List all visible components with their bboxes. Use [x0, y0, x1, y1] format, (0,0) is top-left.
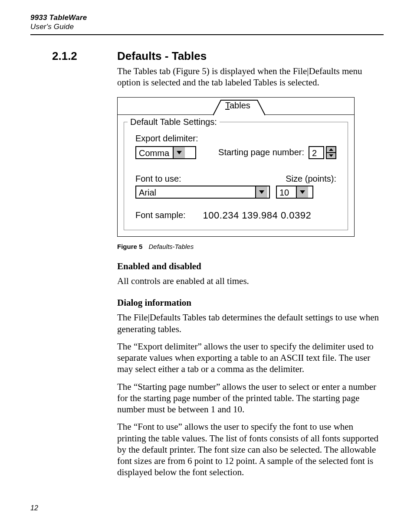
size-points-label: Size (points):: [286, 174, 336, 184]
export-delimiter-label: Export delimiter:: [135, 134, 336, 144]
spinner-up-icon[interactable]: [327, 147, 335, 152]
subhead-dialog-information: Dialog information: [117, 297, 384, 308]
export-delimiter-value: Comma: [136, 147, 173, 158]
group-title: Default Table Settings:: [128, 117, 220, 127]
starting-page-spinner[interactable]: [326, 146, 336, 159]
dialog-info-p3: The “Starting page number” allows the us…: [117, 381, 384, 415]
size-value: 10: [277, 186, 296, 198]
chevron-down-icon[interactable]: [173, 147, 185, 158]
running-header: 9933 TableWare User's Guide: [30, 13, 384, 32]
svg-marker-4: [300, 190, 305, 194]
figure-number: Figure 5: [117, 243, 142, 250]
section-title: Defaults - Tables: [117, 50, 384, 62]
font-to-use-label: Font to use:: [135, 174, 181, 184]
svg-marker-2: [329, 154, 333, 157]
spinner-down-icon[interactable]: [327, 152, 335, 158]
font-value: Arial: [136, 186, 255, 198]
svg-marker-0: [177, 151, 182, 154]
export-delimiter-combo[interactable]: Comma: [135, 146, 196, 159]
dialog-info-p2: The “Export delimiter” allows the user t…: [117, 341, 384, 375]
product-name: 9933 TableWare: [30, 13, 384, 22]
chevron-down-icon[interactable]: [255, 186, 267, 198]
default-table-settings-group: Default Table Settings: Export delimiter…: [124, 122, 348, 230]
svg-marker-1: [329, 148, 333, 151]
tab-tables-label: Tables: [225, 101, 250, 111]
font-combo[interactable]: Arial: [135, 186, 270, 199]
enabled-disabled-text: All controls are enabled at all times.: [117, 275, 384, 287]
starting-page-label: Starting page number:: [218, 147, 304, 157]
section-number: 2.1.2: [30, 50, 117, 62]
dialog-info-p1: The File|Defaults Tables tab determines …: [117, 312, 384, 335]
intro-paragraph: The Tables tab (Figure 5) is displayed w…: [117, 65, 384, 88]
page-number: 12: [30, 504, 384, 512]
doc-name: User's Guide: [30, 22, 384, 31]
size-combo[interactable]: 10: [276, 186, 313, 199]
font-sample-label: Font sample:: [135, 210, 186, 220]
font-sample-value: 100.234 139.984 0.0392: [203, 210, 312, 221]
figure-caption: Figure 5 Defaults-Tables: [117, 243, 384, 250]
tab-strip: Tables: [118, 98, 354, 115]
defaults-tables-dialog: Tables Default Table Settings: Export de…: [117, 97, 355, 237]
header-rule: [30, 34, 384, 35]
chevron-down-icon[interactable]: [296, 186, 308, 198]
svg-marker-3: [259, 190, 264, 194]
dialog-info-p4: The “Font to use” allows the user to spe…: [117, 421, 384, 478]
subhead-enabled-disabled: Enabled and disabled: [117, 261, 384, 272]
figure-title: Defaults-Tables: [149, 243, 194, 250]
starting-page-input[interactable]: 2: [309, 146, 324, 159]
